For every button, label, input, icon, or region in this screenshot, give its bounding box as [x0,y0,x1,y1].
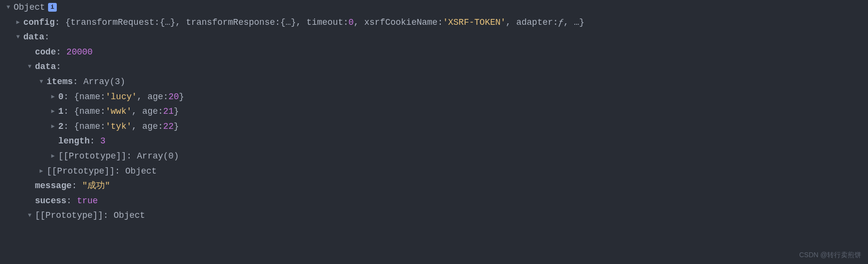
transform-request-val: {…} [160,15,175,30]
length-val: 3 [100,134,105,149]
brace: } [174,119,179,134]
colon: : [126,149,137,164]
name-val: 'tyk' [105,119,132,134]
object-label: Object [14,0,45,15]
prototype-val: Array(0) [137,149,179,164]
length-key: length [58,134,90,149]
code-row[interactable]: code : 20000 [0,45,868,60]
success-val: true [77,194,98,209]
prototype-array-row[interactable]: [[Prototype]] : Array(0) [0,149,868,164]
message-row[interactable]: message : "成功" [0,178,868,194]
colon: : [103,208,114,223]
prototype-key: [[Prototype]] [47,164,115,179]
chevron-right-icon[interactable] [15,18,21,27]
prototype-val: Object [125,164,157,179]
chevron-down-icon[interactable] [38,77,45,87]
colon: : [44,30,50,45]
sep: , [175,15,186,30]
transform-response-key: transformResponse: [186,15,280,30]
transform-request-key: transformRequest: [70,15,160,30]
config-row[interactable]: config : { transformRequest: {…} , trans… [0,15,868,30]
sep: , [137,89,148,105]
item-1-key: 1 [58,104,64,119]
brace: } [179,89,184,105]
chevron-down-icon[interactable] [15,32,21,42]
adapter-val: ƒ [558,15,564,30]
brace: { [65,15,70,30]
name-key: name: [79,89,105,105]
chevron-down-icon[interactable] [26,62,33,71]
timeout-val: 0 [349,15,354,30]
colon: : [55,15,66,30]
config-key: config [23,15,55,30]
prototype-val: Object [114,208,145,223]
message-key: message [35,178,72,194]
items-preview: Array(3) [83,74,125,89]
colon: : [115,164,125,179]
colon: : [64,89,74,105]
colon: : [64,119,74,134]
sep: , …} [564,15,584,30]
brace: { [74,89,79,105]
sep: , [354,15,365,30]
brace: } [174,104,179,119]
colon: : [56,45,67,60]
prototype-key: [[Prototype]] [35,208,103,223]
name-val: 'wwk' [105,104,132,119]
sep: , [296,15,307,30]
data-inner-key: data [35,59,56,74]
colon: : [90,134,100,149]
data-inner-row[interactable]: data : [0,59,868,74]
xsrf-val: 'XSRF-TOKEN' [443,15,506,30]
chevron-right-icon[interactable] [38,166,45,176]
data-outer-row[interactable]: data : [0,30,868,45]
prototype-key: [[Prototype]] [58,149,126,164]
colon: : [73,74,83,89]
name-key: name: [79,119,105,134]
sep: , [132,119,142,134]
chevron-down-icon[interactable] [26,211,33,220]
colon: : [56,59,61,74]
chevron-right-icon[interactable] [50,92,56,102]
colon: : [64,104,74,119]
brace: { [74,104,79,119]
age-val: 20 [168,89,179,105]
code-key: code [35,45,56,60]
name-val: 'lucy' [105,89,137,105]
chevron-down-icon[interactable] [5,2,12,12]
item-1-row[interactable]: 1 : { name: 'wwk' , age: 21 } [0,104,868,119]
age-key: age: [148,89,168,105]
brace: { [74,119,79,134]
item-0-key: 0 [58,89,64,105]
code-val: 20000 [67,45,93,60]
age-val: 22 [163,119,174,134]
item-2-row[interactable]: 2 : { name: 'tyk' , age: 22 } [0,119,868,134]
colon: : [67,194,77,209]
adapter-key: adapter: [516,15,558,30]
info-icon[interactable]: i [48,3,57,12]
prototype-object-inner-row[interactable]: [[Prototype]] : Object [0,164,868,179]
length-row[interactable]: length : 3 [0,134,868,149]
transform-response-val: {…} [280,15,296,30]
success-row[interactable]: sucess : true [0,194,868,209]
colon: : [72,178,83,194]
message-val: "成功" [82,178,110,194]
items-row[interactable]: items : Array(3) [0,74,868,89]
name-key: name: [79,104,105,119]
object-root-row[interactable]: Object i [0,0,868,15]
item-0-row[interactable]: 0 : { name: 'lucy' , age: 20 } [0,89,868,105]
age-key: age: [142,119,163,134]
chevron-right-icon[interactable] [50,122,56,131]
success-key: sucess [35,194,67,209]
sep: , [506,15,517,30]
prototype-object-outer-row[interactable]: [[Prototype]] : Object [0,208,868,223]
xsrf-key: xsrfCookieName: [364,15,443,30]
age-val: 21 [163,104,174,119]
sep: , [132,104,142,119]
chevron-right-icon[interactable] [50,106,56,116]
item-2-key: 2 [58,119,64,134]
age-key: age: [142,104,163,119]
timeout-key: timeout: [306,15,348,30]
chevron-right-icon[interactable] [50,151,56,161]
data-key: data [23,30,44,45]
